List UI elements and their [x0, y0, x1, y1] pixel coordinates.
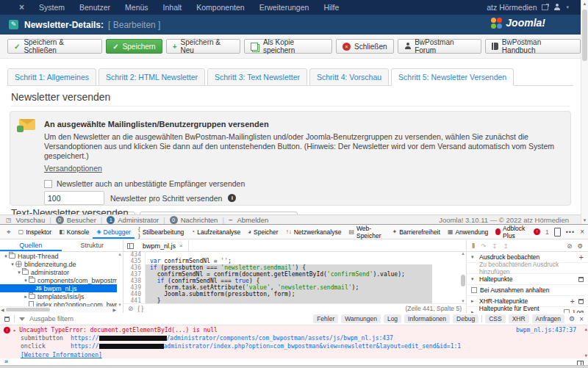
logout-link[interactable]: Abmelden: [237, 216, 268, 224]
line-number[interactable]: 436: [123, 264, 146, 271]
step-in-icon[interactable]: ↧: [492, 242, 497, 250]
scroll-up-icon[interactable]: ▲: [581, 1, 588, 6]
scrollbar-thumb[interactable]: [582, 10, 587, 61]
filter-chip-css[interactable]: CSS: [485, 314, 505, 323]
tab-schritt-5[interactable]: Schritt 5: Newsletter Versenden: [391, 68, 514, 86]
console-scroll-down-icon[interactable]: ▼: [584, 353, 587, 358]
devtools-tab-barrierefreiheit[interactable]: ✦Barrierefreiheit: [388, 225, 443, 239]
pause-exceptions-checkbox[interactable]: [471, 287, 477, 293]
tab-schritt-2[interactable]: Schritt 2: HTML Newsletter: [98, 68, 205, 86]
code-line[interactable]: 437 confirmSendNl = confirm(document.get…: [123, 271, 460, 278]
filter-chip-log[interactable]: Log: [384, 314, 401, 323]
devtools-tab-web-speicher[interactable]: ▤Web-Speicher: [345, 225, 388, 239]
toolbar-button-save[interactable]: ✓Speichern: [106, 39, 162, 54]
tree-hscrollbar[interactable]: ◀▶: [0, 306, 117, 313]
tree-item[interactable]: ▾administrator: [0, 268, 117, 276]
devtools-menu-icon[interactable]: •••: [566, 228, 575, 236]
devtools-tab-adblock-plus[interactable]: Adblock Plus: [492, 225, 534, 239]
code-line[interactable]: 441 }: [123, 297, 460, 303]
breakpoints-header[interactable]: ▾ Haltepunkte: [467, 274, 588, 285]
browser-scrollbar[interactable]: ▲ ▼: [581, 0, 588, 224]
tab-schritt-3[interactable]: Schritt 3: Text Newsletter: [207, 68, 307, 86]
devtools-close-icon[interactable]: ×: [580, 228, 584, 236]
tree-item[interactable]: JSbwpm_nl.js: [0, 284, 117, 292]
watch-placeholder[interactable]: Zu beobachtenden Ausdruck hinzufügen: [467, 263, 588, 274]
event-listener-breakpoints-header[interactable]: ▸ Haltepunkte für Event Listener Log: [467, 307, 588, 313]
tree-expander-icon[interactable]: ▾: [23, 278, 29, 284]
stack-source-link[interactable]: https://administrator/index.php?option=c…: [71, 343, 461, 350]
line-number[interactable]: 434: [123, 251, 146, 258]
devtools-tab-konsole[interactable]: ◧Konsole: [55, 225, 93, 239]
blackbox-icon[interactable]: ⊘: [128, 305, 133, 312]
devtools-tab-debugger[interactable]: ◈Debugger: [93, 225, 135, 239]
toolbar-button-forum[interactable]: BwPostman Forum: [398, 39, 482, 54]
filter-chip-warnungen[interactable]: Warnungen: [341, 314, 381, 323]
tab-quellen[interactable]: Quellen: [0, 240, 62, 251]
devtools-tab-inspektor[interactable]: ▢Inspektor: [15, 225, 56, 239]
step-over-icon[interactable]: ↷: [481, 242, 486, 250]
devtools-tab-anwendung[interactable]: ▦Anwendung: [444, 225, 492, 239]
console-input-row[interactable]: »: [0, 358, 588, 365]
code-line[interactable]: 436if (pressbutton === 'newsletter.sendm…: [123, 264, 460, 271]
top-nav-item-hilfe[interactable]: Hilfe: [316, 3, 346, 12]
remove-breakpoints-icon[interactable]: [578, 277, 584, 282]
console-settings-icon[interactable]: ⚙: [569, 315, 575, 322]
top-nav-item-system[interactable]: System: [32, 3, 72, 12]
tree-scrollbar[interactable]: ▲▼: [117, 252, 123, 307]
toolbar-button-book[interactable]: BwPostman Handbuch: [485, 39, 581, 54]
tree-item[interactable]: ▾blindenzeitung.de: [0, 260, 117, 268]
close-tab-icon[interactable]: ×: [179, 242, 183, 249]
add-xhr-breakpoint-icon[interactable]: +: [570, 297, 575, 306]
console-scroll-up-icon[interactable]: ▲: [584, 326, 587, 331]
pause-icon[interactable]: Ⅱ: [472, 242, 475, 250]
pretty-print-icon[interactable]: { }: [137, 305, 143, 312]
filter-chip-xhr[interactable]: XHR: [509, 314, 529, 323]
top-nav-item-erweiterungen[interactable]: Erweiterungen: [252, 3, 317, 12]
devtools-tab-netzwerkanalyse[interactable]: ↑↓Netzwerkanalyse: [282, 225, 345, 239]
devtools-tab-stilbearbeitung[interactable]: { }Stilbearbeitung: [135, 225, 187, 239]
filter-chip-informationen[interactable]: Informationen: [404, 314, 450, 323]
toolbar-button-cancel[interactable]: ×Schließen: [336, 39, 393, 54]
tree-expander-icon[interactable]: ▾: [16, 270, 22, 275]
user-menu-icon[interactable]: [553, 4, 561, 11]
filter-chip-fehler[interactable]: Fehler: [313, 314, 338, 323]
debugger-settings-icon[interactable]: ⚙: [577, 242, 583, 250]
error-location-link[interactable]: bwpm_nl.js:437:37: [516, 327, 584, 333]
code-line[interactable]: 439 form.task.setAttribute('value', 'new…: [123, 284, 460, 291]
tab-struktur[interactable]: Struktur: [62, 240, 123, 251]
top-nav-item-benutzer[interactable]: Benutzer: [72, 3, 118, 12]
devtools-tab-speicher[interactable]: ◕Speicher: [244, 225, 282, 239]
site-name-link[interactable]: atz Hörmedien: [487, 3, 537, 12]
tree-item[interactable]: ▾components/com_bwpostman/assets/: [0, 276, 117, 284]
toolbar-button-plus[interactable]: +Speichern & Neu: [166, 39, 241, 54]
expand-error-icon[interactable]: ▸: [13, 328, 16, 333]
preview-link[interactable]: Vorschau: [16, 216, 46, 224]
tree-expander-icon[interactable]: ▾: [10, 261, 15, 267]
step-out-icon[interactable]: ↥: [503, 242, 508, 250]
stack-source-link[interactable]: https:///administrator/components/com_bw…: [71, 335, 393, 342]
editor-scrollbar[interactable]: ▲ ▼: [460, 251, 466, 303]
devtools-tab-laufzeitanalyse[interactable]: ◔Laufzeitanalyse: [187, 225, 244, 239]
code-line[interactable]: 438 if (confirmSendNl === true) {: [123, 278, 460, 284]
tab-schritt-1[interactable]: Schritt 1: Allgemeines: [7, 68, 96, 86]
status-counter[interactable]: 1Administrator: [107, 216, 159, 224]
tree-item[interactable]: ▸templates/isis/js: [0, 292, 117, 300]
remove-xhr-breakpoints-icon[interactable]: [578, 299, 584, 304]
disable-breakpoints-icon[interactable]: ⊘: [567, 242, 572, 250]
console-filter-input[interactable]: Ausgabe filtern: [29, 315, 74, 322]
code-line[interactable]: 435var confirmSendNl = '';: [123, 258, 460, 264]
filter-chip-debug[interactable]: Debug: [453, 314, 478, 323]
tree-expander-icon[interactable]: ▾: [3, 253, 9, 259]
versandoptionen-link[interactable]: Versandoptionen: [44, 164, 102, 173]
line-number[interactable]: 440: [123, 291, 146, 297]
editor-file-tab[interactable]: bwpm_nl.js ×: [137, 240, 189, 251]
line-number[interactable]: 437: [123, 271, 146, 278]
top-nav-item-komponenten[interactable]: Komponenten: [189, 3, 251, 12]
code-editor[interactable]: 434 435var confirmSendNl = '';436if (pre…: [123, 251, 460, 303]
tab-schritt-4[interactable]: Schritt 4: Vorschau: [309, 68, 389, 86]
line-number[interactable]: 439: [123, 284, 146, 291]
line-number[interactable]: 435: [123, 258, 146, 264]
scroll-down-icon[interactable]: ▼: [581, 218, 588, 223]
top-nav-item-menüs[interactable]: Menüs: [118, 3, 156, 12]
collapse-sources-icon[interactable]: [127, 243, 134, 249]
